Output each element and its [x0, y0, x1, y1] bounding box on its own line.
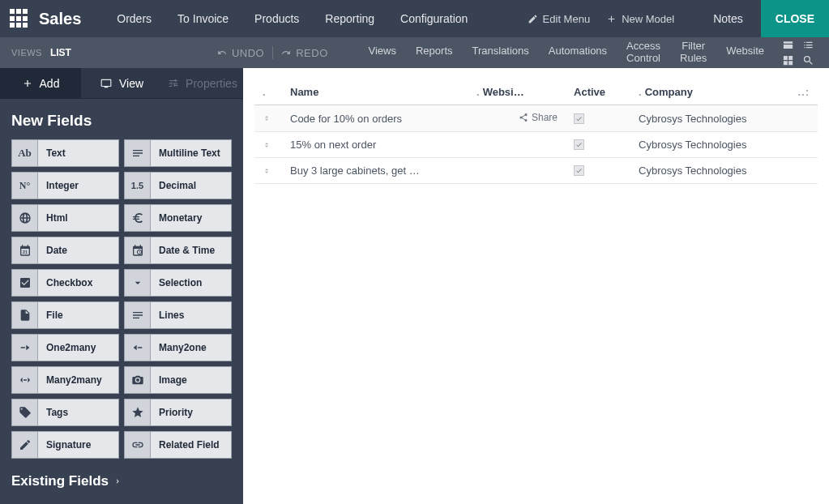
cell-name: 15% on next order — [282, 132, 468, 158]
undo-button[interactable]: UNDO — [217, 47, 264, 59]
field-type-file[interactable]: File — [11, 301, 119, 329]
card-view-icon[interactable] — [782, 39, 794, 51]
field-type-related-field[interactable]: Related Field — [124, 431, 232, 459]
cell-company: Cybrosys Technologies — [630, 132, 789, 158]
sec-nav-reports[interactable]: Reports — [406, 36, 463, 69]
field-type-label: Text — [38, 147, 74, 159]
tab-properties[interactable]: Properties — [162, 68, 243, 98]
redo-label: REDO — [296, 47, 328, 59]
field-type-icon — [125, 205, 151, 231]
list-view-icon[interactable] — [802, 39, 814, 51]
table-row[interactable]: 15% on next orderCybrosys Technologies — [254, 132, 818, 158]
redo-button[interactable]: REDO — [281, 47, 328, 59]
grid-view-icon[interactable] — [782, 54, 794, 66]
field-type-date-time[interactable]: Date & Time — [124, 237, 232, 264]
field-type-label: Related Field — [151, 439, 228, 451]
field-type-label: One2many — [38, 342, 104, 353]
field-type-checkbox[interactable]: Checkbox — [11, 269, 119, 297]
field-type-label: Selection — [151, 277, 210, 288]
field-type-text[interactable]: AbText — [11, 139, 119, 167]
cell-website — [468, 132, 566, 158]
drag-handle[interactable] — [254, 132, 282, 158]
plus-icon — [22, 78, 33, 89]
records-table: Name Websi… Active Company ..: Code for … — [254, 79, 818, 184]
cell-active[interactable] — [566, 132, 630, 158]
sort-icon — [263, 113, 271, 123]
new-model-label: New Model — [622, 13, 674, 25]
secondary-view-switcher — [782, 39, 818, 66]
table-row[interactable]: Buy 3 large cabinets, get …Cybrosys Tech… — [254, 158, 818, 184]
field-type-label: Decimal — [151, 180, 204, 191]
cell-company: Cybrosys Technologies — [630, 158, 789, 184]
field-type-many2one[interactable]: Many2one — [124, 334, 232, 361]
drag-handle[interactable] — [254, 105, 282, 132]
sec-nav-access-control[interactable]: Access Control — [617, 36, 670, 69]
field-type-icon — [12, 432, 38, 458]
nav-products[interactable]: Products — [241, 1, 312, 36]
tab-properties-label: Properties — [186, 77, 237, 90]
sec-nav-automations[interactable]: Automations — [539, 36, 617, 69]
svg-text:21: 21 — [23, 250, 28, 254]
nav-to-invoice[interactable]: To Invoice — [165, 1, 241, 36]
checkbox-checked-icon — [574, 113, 584, 124]
field-type-date[interactable]: 21Date — [11, 237, 119, 264]
col-name[interactable]: Name — [282, 79, 468, 105]
views-label: VIEWS — [11, 48, 42, 58]
cell-active[interactable] — [566, 105, 630, 132]
field-type-html[interactable]: Html — [11, 204, 119, 232]
tab-add[interactable]: Add — [0, 68, 81, 98]
secondary-bar: VIEWS LIST UNDO REDO Views Reports Trans… — [0, 37, 829, 68]
field-type-many2many[interactable]: Many2many — [11, 366, 119, 394]
col-company[interactable]: Company — [630, 79, 789, 105]
fields-grid: AbTextMultiline TextN°Integer1.5DecimalH… — [0, 139, 243, 459]
field-type-priority[interactable]: Priority — [124, 399, 232, 426]
field-type-icon: N° — [12, 173, 38, 199]
close-button[interactable]: CLOSE — [761, 0, 829, 37]
share-button[interactable]: Share — [519, 112, 558, 123]
field-type-label: Many2many — [38, 374, 110, 386]
nav-configuration[interactable]: Configuration — [387, 1, 481, 36]
edit-menu-button[interactable]: Edit Menu — [528, 13, 591, 25]
field-type-one2many[interactable]: One2many — [11, 334, 119, 361]
apps-grid-icon[interactable] — [10, 9, 29, 28]
sec-nav-translations[interactable]: Translations — [463, 36, 539, 69]
field-type-decimal[interactable]: 1.5Decimal — [124, 172, 232, 199]
nav-orders[interactable]: Orders — [104, 1, 165, 36]
field-type-integer[interactable]: N°Integer — [11, 172, 119, 199]
field-type-tags[interactable]: Tags — [11, 399, 119, 426]
sort-icon — [263, 140, 271, 150]
field-type-monetary[interactable]: Monetary — [124, 204, 232, 232]
tab-add-label: Add — [40, 77, 60, 90]
field-type-icon — [125, 399, 151, 425]
cell-active[interactable] — [566, 158, 630, 184]
field-type-multiline-text[interactable]: Multiline Text — [124, 139, 232, 167]
field-type-signature[interactable]: Signature — [11, 431, 119, 459]
field-type-icon — [12, 335, 38, 361]
notes-button[interactable]: Notes — [699, 1, 758, 36]
field-type-icon — [12, 302, 38, 328]
sec-nav-views[interactable]: Views — [359, 36, 406, 69]
field-type-lines[interactable]: Lines — [124, 301, 232, 329]
nav-reporting[interactable]: Reporting — [312, 1, 387, 36]
field-type-label: Lines — [151, 310, 192, 321]
sec-nav-filter-rules[interactable]: Filter Rules — [670, 36, 716, 69]
field-type-label: File — [38, 310, 71, 321]
field-type-icon — [125, 367, 151, 393]
table-row[interactable]: Code for 10% on ordersShareCybrosys Tech… — [254, 105, 818, 132]
search-icon[interactable] — [802, 54, 814, 66]
new-model-button[interactable]: New Model — [606, 13, 674, 25]
tab-view[interactable]: View — [81, 68, 162, 98]
sec-nav-website[interactable]: Website — [716, 36, 774, 69]
field-type-image[interactable]: Image — [124, 366, 232, 394]
views-list[interactable]: LIST — [50, 47, 71, 58]
field-type-icon — [125, 237, 151, 263]
field-type-selection[interactable]: Selection — [124, 269, 232, 297]
field-type-icon — [125, 302, 151, 328]
existing-fields-toggle[interactable]: Existing Fields — [0, 459, 243, 504]
undo-icon — [217, 48, 227, 58]
content-area: Name Websi… Active Company ..: Code for … — [243, 68, 829, 504]
col-more[interactable]: ..: — [789, 79, 818, 105]
col-active[interactable]: Active — [566, 79, 630, 105]
col-website[interactable]: Websi… — [468, 79, 566, 105]
drag-handle[interactable] — [254, 158, 282, 184]
